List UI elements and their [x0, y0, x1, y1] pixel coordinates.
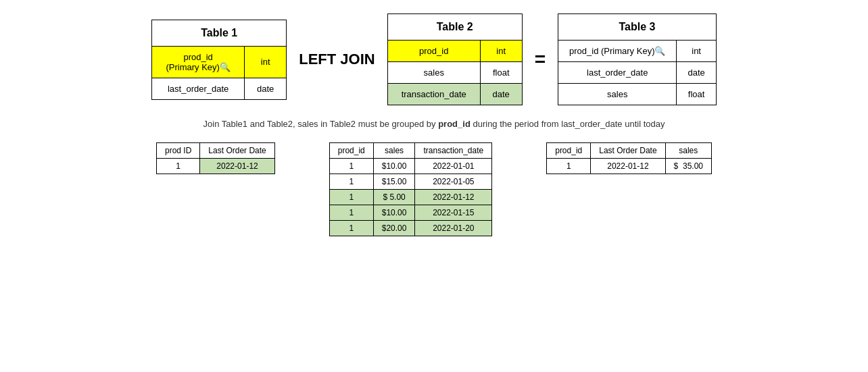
t2-row2-col1: sales: [387, 62, 480, 84]
left-header-2: Last Order Date: [200, 143, 274, 159]
join-label: LEFT JOIN: [299, 51, 375, 68]
desc-prefix: Join Table1 and Table2, sales in Table2 …: [203, 119, 439, 129]
mid-r5-c2: $20.00: [373, 221, 415, 236]
desc-suffix: during the period from last_order_date u…: [471, 119, 665, 129]
right-header-1: prod_id: [547, 143, 591, 159]
t2-row3-col1: transaction_date: [387, 84, 480, 105]
table-row: prod_id(Primary Key)🔍 int: [152, 46, 287, 78]
right-header-3: sales: [665, 143, 711, 159]
t1-row2-col2: date: [245, 78, 287, 99]
t2-row1-col1: prod_id: [387, 41, 480, 62]
t1-row1-col1: prod_id(Primary Key)🔍: [152, 46, 245, 78]
equals-label: =: [535, 49, 546, 70]
left-r1-c2: 2022-01-12: [200, 159, 274, 174]
right-r1-c2: 2022-01-12: [591, 159, 665, 174]
table-row: 1 $10.00 2022-01-15: [329, 205, 491, 221]
mid-header-3: transaction_date: [415, 143, 492, 159]
t1-row2-col1: last_order_date: [152, 78, 245, 99]
table-row: 1 2022-01-12 $ 35.00: [547, 159, 712, 174]
data-table-middle: prod_id sales transaction_date 1 $10.00 …: [329, 142, 492, 236]
mid-r2-c2: $15.00: [373, 174, 415, 190]
t3-row2-col1: last_order_date: [558, 62, 677, 84]
table3-title: Table 3: [558, 14, 717, 41]
table-row: transaction_date date: [387, 84, 522, 105]
data-table-left-wrapper: prod ID Last Order Date 1 2022-01-12: [156, 142, 275, 174]
desc-bold: prod_id: [438, 119, 471, 129]
mid-r1-c2: $10.00: [373, 159, 415, 174]
t2-row3-col2: date: [480, 84, 522, 105]
mid-header-1: prod_id: [329, 143, 373, 159]
mid-r4-c3: 2022-01-15: [415, 205, 492, 221]
left-r1-c1: 1: [157, 159, 200, 174]
description-text: Join Table1 and Table2, sales in Table2 …: [14, 119, 854, 129]
mid-r5-c3: 2022-01-20: [415, 221, 492, 236]
table-row: last_order_date date: [152, 78, 287, 99]
t1-row1-col2: int: [245, 46, 287, 78]
table1-title: Table 1: [152, 20, 287, 46]
main-container: Table 1 prod_id(Primary Key)🔍 int last_o…: [14, 14, 854, 236]
table-row: sales float: [387, 62, 522, 84]
t3-row2-col2: date: [677, 62, 716, 84]
t2-row1-col2: int: [480, 41, 522, 62]
t3-row3-col1: sales: [558, 84, 677, 105]
table-row: prod_id (Primary Key)🔍 int: [558, 41, 717, 62]
table-row: sales float: [558, 84, 717, 105]
mid-r3-c3: 2022-01-12: [415, 190, 492, 205]
table-row: 1 2022-01-12: [157, 159, 275, 174]
mid-r1-c3: 2022-01-01: [415, 159, 492, 174]
mid-r3-c1: 1: [329, 190, 373, 205]
mid-r4-c2: $10.00: [373, 205, 415, 221]
schema-table2: Table 2 prod_id int sales float transact…: [387, 14, 523, 105]
mid-r1-c1: 1: [329, 159, 373, 174]
schema-table1-wrapper: Table 1 prod_id(Primary Key)🔍 int last_o…: [151, 20, 287, 100]
data-table-right: prod_id Last Order Date sales 1 2022-01-…: [546, 142, 712, 174]
t3-row3-col2: float: [677, 84, 716, 105]
bottom-section: prod ID Last Order Date 1 2022-01-12: [14, 142, 854, 236]
table-row: prod_id int: [387, 41, 522, 62]
table-row: 1 $ 5.00 2022-01-12: [329, 190, 491, 205]
right-r1-c3: $ 35.00: [665, 159, 711, 174]
mid-header-2: sales: [373, 143, 415, 159]
right-r1-c1: 1: [547, 159, 591, 174]
schema-table2-wrapper: Table 2 prod_id int sales float transact…: [387, 14, 523, 105]
data-table-middle-wrapper: prod_id sales transaction_date 1 $10.00 …: [329, 142, 492, 236]
left-header-1: prod ID: [157, 143, 200, 159]
table-row: last_order_date date: [558, 62, 717, 84]
mid-r3-c2: $ 5.00: [373, 190, 415, 205]
schema-table3: Table 3 prod_id (Primary Key)🔍 int last_…: [558, 14, 717, 105]
table2-title: Table 2: [387, 14, 522, 41]
schema-table1: Table 1 prod_id(Primary Key)🔍 int last_o…: [151, 20, 287, 100]
mid-r5-c1: 1: [329, 221, 373, 236]
top-section: Table 1 prod_id(Primary Key)🔍 int last_o…: [14, 14, 854, 105]
mid-r2-c3: 2022-01-05: [415, 174, 492, 190]
mid-r2-c1: 1: [329, 174, 373, 190]
t3-row1-col1: prod_id (Primary Key)🔍: [558, 41, 677, 62]
mid-r4-c1: 1: [329, 205, 373, 221]
table-row: 1 $20.00 2022-01-20: [329, 221, 491, 236]
table-row: 1 $10.00 2022-01-01: [329, 159, 491, 174]
t2-row2-col2: float: [480, 62, 522, 84]
data-table-right-wrapper: prod_id Last Order Date sales 1 2022-01-…: [546, 142, 712, 174]
table-row: 1 $15.00 2022-01-05: [329, 174, 491, 190]
right-header-2: Last Order Date: [591, 143, 665, 159]
schema-table3-wrapper: Table 3 prod_id (Primary Key)🔍 int last_…: [558, 14, 717, 105]
t3-row1-col2: int: [677, 41, 716, 62]
data-table-left: prod ID Last Order Date 1 2022-01-12: [156, 142, 275, 174]
